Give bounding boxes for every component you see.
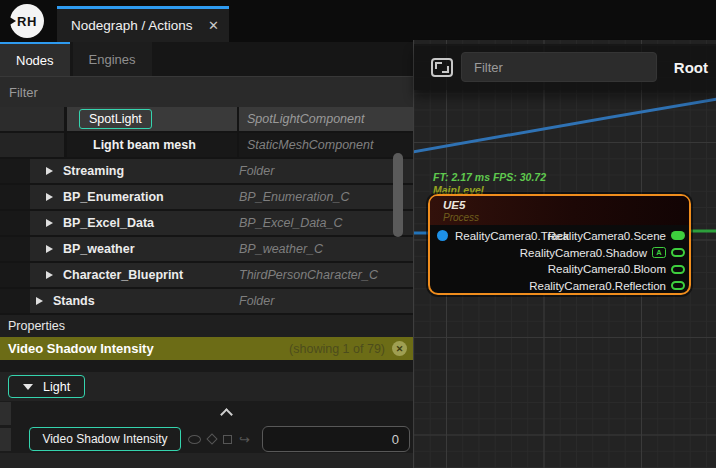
pin-row: RealityCamera0.Reflection [430, 278, 689, 293]
output-pin-label: RealityCamera0.Bloom [548, 263, 666, 275]
tab-nodes[interactable]: Nodes [0, 42, 70, 76]
tree-row-character-blueprint[interactable]: Character_BlueprintThirdPersonCharacter_… [0, 263, 413, 287]
blue-wire-diagonal [414, 99, 716, 152]
expand-triangle-icon[interactable] [46, 167, 53, 175]
frame-view-icon[interactable] [431, 58, 453, 77]
title-bar: RH Nodegraph / Actions ✕ [0, 0, 716, 42]
node-subtitle: Process [443, 212, 479, 223]
node-title: UE5 [443, 199, 465, 211]
redo-arrow-icon[interactable]: ↪ [239, 433, 250, 446]
output-pin-label: RealityCamera0.Shadow [520, 247, 647, 259]
row-type: Folder [239, 294, 413, 308]
output-pin-group: RealityCamera0.Scene [548, 228, 685, 243]
expand-triangle-icon[interactable] [36, 297, 43, 305]
row-gutter [0, 402, 11, 425]
output-pin-label: RealityCamera0.Scene [548, 230, 666, 242]
tab-nodegraph-actions[interactable]: Nodegraph / Actions ✕ [57, 6, 229, 42]
row-gutter [0, 263, 30, 287]
tree-row-bp-weather[interactable]: BP_weatherBP_weather_C [0, 237, 413, 261]
nodes-filter-input[interactable] [0, 76, 413, 107]
close-icon[interactable]: ✕ [208, 18, 219, 33]
row-type: StaticMeshComponent [239, 133, 413, 157]
pin-row: RealityCamera0.TrackRealityCamera0.Scene [430, 228, 689, 243]
row-gutter [0, 211, 30, 235]
logo-text: RH [17, 14, 37, 29]
properties-filter-bar: Video Shadow Intensity (showing 1 of 79)… [0, 337, 413, 360]
expand-triangle-icon[interactable] [46, 245, 53, 253]
expand-triangle-icon[interactable] [46, 219, 53, 227]
row-type: ThirdPersonCharacter_C [239, 268, 413, 282]
row-type: BP_weather_C [239, 242, 413, 256]
expand-triangle-icon[interactable] [46, 193, 53, 201]
property-value-input[interactable] [262, 426, 410, 452]
row-gutter [0, 107, 64, 131]
row-name[interactable]: SpotLight [67, 107, 237, 131]
row-type: SpotLightComponent [239, 107, 413, 131]
ue5-process-node[interactable]: UE5 Process RealityCamera0.TrackRealityC… [428, 194, 691, 295]
properties-filter-value: Video Shadow Intensity [8, 341, 289, 356]
node-header: UE5 Process [430, 196, 689, 225]
output-pin-icon[interactable] [671, 248, 685, 257]
row-name[interactable]: Light beam mesh [67, 133, 237, 157]
output-pin-icon[interactable] [671, 231, 685, 240]
row-name[interactable]: Character_Blueprint [63, 268, 239, 282]
expand-triangle-icon[interactable] [46, 271, 53, 279]
collapse-row [0, 401, 413, 426]
row-gutter [0, 289, 30, 313]
output-pin-group: RealityCamera0.Reflection [529, 278, 685, 293]
chevron-up-icon[interactable] [220, 408, 233, 421]
nodegraph-canvas[interactable]: Root FT: 2.17 ms FPS: 30.72 MainLevel UE… [413, 40, 716, 468]
chevron-down-icon [23, 384, 33, 390]
row-type: BP_Excel_Data_C [239, 216, 413, 230]
graph-toolbar: Root [414, 44, 716, 90]
panel-tab-bar: NodesEngines [0, 42, 413, 76]
output-pin-icon[interactable] [671, 265, 685, 274]
root-breadcrumb[interactable]: Root [665, 59, 708, 76]
row-gutter [0, 159, 30, 183]
diamond-icon[interactable] [206, 433, 217, 444]
row-name[interactable]: BP_Enumeration [63, 190, 239, 204]
light-group-button[interactable]: Light [8, 375, 85, 398]
group-label: Light [43, 380, 70, 394]
tab-label: Nodegraph / Actions [71, 18, 202, 33]
input-pin-icon[interactable] [437, 230, 448, 241]
row-name[interactable]: Stands [53, 294, 239, 308]
ellipse-icon[interactable] [188, 435, 201, 444]
video-shadow-intensity-button[interactable]: Video Shadow Intensity [29, 427, 181, 451]
tree-row-bp-enumeration[interactable]: BP_EnumerationBP_Enumeration_C [0, 185, 413, 209]
tree-scrollbar[interactable] [393, 153, 403, 237]
keyframe-icon-group: ↪ [188, 427, 250, 451]
row-gutter [0, 237, 30, 261]
clear-filter-icon[interactable]: ✕ [392, 341, 407, 356]
row-name[interactable]: BP_weather [63, 242, 239, 256]
fps-stats: FT: 2.17 ms FPS: 30.72 [433, 171, 546, 184]
tree-row-spotlight[interactable]: SpotLightSpotLightComponent [0, 107, 413, 131]
output-pin-icon[interactable] [671, 281, 685, 290]
row-name[interactable]: BP_Excel_Data [63, 216, 239, 230]
tree-row-bp-excel-data[interactable]: BP_Excel_DataBP_Excel_Data_C [0, 211, 413, 235]
tree-row-streaming[interactable]: StreamingFolder [0, 159, 413, 183]
output-pin-label: RealityCamera0.Reflection [529, 280, 666, 292]
application-window: RH Nodegraph / Actions ✕ NodesEngines Sp… [0, 0, 716, 468]
tree-row-light-beam-mesh[interactable]: Light beam meshStaticMeshComponent [0, 133, 413, 157]
selected-name-box[interactable]: SpotLight [79, 109, 152, 129]
row-gutter [0, 428, 11, 451]
panel-footer [0, 453, 413, 468]
property-group-row: Light [0, 372, 413, 401]
reality-hub-logo[interactable]: RH [10, 4, 44, 38]
row-gutter [0, 185, 30, 209]
row-name[interactable]: Streaming [63, 164, 239, 178]
square-icon[interactable] [223, 435, 232, 444]
tree-row-stands[interactable]: StandsFolder [0, 289, 413, 313]
row-type: Folder [239, 164, 413, 178]
pin-row: RealityCamera0.Bloom [430, 262, 689, 277]
node-tree: SpotLightSpotLightComponentLight beam me… [0, 107, 413, 315]
row-gutter [0, 133, 64, 157]
divider [0, 360, 413, 372]
showing-count: (showing 1 of 79) [289, 342, 385, 356]
graph-filter-input[interactable] [461, 52, 657, 82]
tab-engines[interactable]: Engines [73, 42, 152, 76]
animated-badge-icon: A [652, 247, 666, 258]
properties-header: Properties [0, 315, 413, 337]
output-pin-group: RealityCamera0.Bloom [548, 262, 685, 277]
